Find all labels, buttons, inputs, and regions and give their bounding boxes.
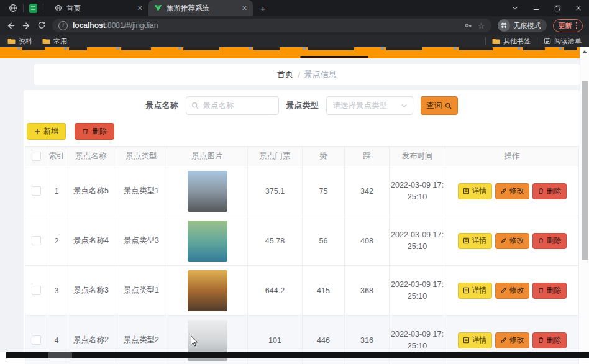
bookmark-star-icon[interactable]: ☆ bbox=[478, 22, 485, 30]
cell-ticket: 45.78 bbox=[248, 216, 303, 266]
search-button-label: 查询 bbox=[426, 101, 442, 111]
window-controls bbox=[505, 0, 589, 16]
horizontal-scrollbar-thumb[interactable] bbox=[48, 352, 72, 358]
row-delete-label: 删除 bbox=[547, 235, 562, 246]
bookmark-folder-changyong[interactable]: 常用 bbox=[42, 37, 67, 46]
edit-button[interactable]: 修改 bbox=[495, 283, 529, 299]
nav-item-clipped[interactable] bbox=[559, 47, 577, 50]
forward-icon[interactable] bbox=[22, 21, 31, 30]
trash-icon bbox=[537, 237, 544, 244]
filter-form: 景点名称 景点类型 请选择景点类型 查询 bbox=[24, 96, 580, 115]
folder-icon bbox=[492, 38, 500, 45]
pencil-icon bbox=[500, 287, 507, 294]
edit-label: 修改 bbox=[509, 186, 524, 196]
search-icon bbox=[445, 102, 452, 109]
row-delete-button[interactable]: 删除 bbox=[532, 183, 567, 199]
vertical-scrollbar-thumb[interactable] bbox=[582, 81, 588, 260]
green-spreadsheet-icon[interactable] bbox=[29, 4, 37, 13]
row-checkbox[interactable] bbox=[32, 286, 41, 295]
detail-label: 详情 bbox=[472, 335, 487, 345]
restore-icon[interactable] bbox=[547, 0, 568, 16]
col-index: 索引 bbox=[47, 147, 66, 166]
nav-item-clipped[interactable] bbox=[64, 47, 87, 50]
detail-label: 详情 bbox=[472, 285, 487, 296]
browser-menu-icon[interactable] bbox=[576, 22, 578, 29]
type-filter-select[interactable]: 请选择景点类型 bbox=[326, 96, 413, 115]
close-tab-icon[interactable]: ✕ bbox=[242, 5, 247, 12]
nav-item-clipped[interactable] bbox=[178, 47, 219, 50]
vertical-scrollbar bbox=[580, 47, 589, 358]
delete-button[interactable]: 删除 bbox=[75, 123, 114, 140]
nav-item-clipped[interactable] bbox=[116, 47, 151, 50]
row-checkbox[interactable] bbox=[32, 236, 41, 245]
url-bar[interactable]: i localhost:8081/#/jingdian ☆ bbox=[52, 19, 491, 32]
nav-item-clipped[interactable] bbox=[454, 47, 493, 50]
nav-item-clipped-active[interactable] bbox=[303, 47, 354, 50]
cell-published: 2022-03-09 17:25:10 bbox=[391, 180, 444, 203]
row-delete-label: 删除 bbox=[547, 285, 562, 296]
back-icon[interactable] bbox=[6, 21, 16, 30]
reading-list-button[interactable]: 阅读清单 bbox=[544, 37, 582, 46]
url-text[interactable]: localhost:8081/#/jingdian bbox=[73, 21, 459, 30]
detail-button[interactable]: 详情 bbox=[458, 332, 492, 348]
edit-button[interactable]: 修改 bbox=[495, 233, 529, 249]
table-body: 1 景点名称5 景点类型1 375.1 75 342 2022-03-09 17… bbox=[25, 166, 579, 364]
tab-travel-system[interactable]: 旅游推荐系统 ✕ bbox=[148, 0, 253, 16]
edit-button[interactable]: 修改 bbox=[495, 183, 529, 199]
name-filter-label: 景点名称 bbox=[146, 100, 178, 111]
row-delete-button[interactable]: 删除 bbox=[532, 233, 567, 249]
row-delete-button[interactable]: 删除 bbox=[532, 332, 567, 348]
cell-type: 景点类型1 bbox=[116, 266, 167, 316]
row-checkbox[interactable] bbox=[32, 186, 41, 196]
reload-icon[interactable] bbox=[37, 21, 46, 30]
row-actions: 详情 修改 删除 bbox=[445, 233, 578, 249]
select-all-checkbox[interactable] bbox=[32, 152, 41, 161]
window-menu-icon[interactable] bbox=[505, 0, 526, 16]
breadcrumb-home-link[interactable]: 首页 bbox=[277, 69, 293, 80]
detail-button[interactable]: 详情 bbox=[458, 283, 492, 299]
folder-icon bbox=[7, 38, 16, 45]
search-button[interactable]: 查询 bbox=[421, 96, 458, 115]
nav-item-clipped[interactable] bbox=[249, 47, 280, 50]
other-bookmarks-button[interactable]: 其他书签 bbox=[492, 37, 531, 46]
document-icon bbox=[463, 237, 470, 244]
close-window-icon[interactable] bbox=[568, 0, 589, 16]
select-placeholder: 请选择景点类型 bbox=[333, 101, 401, 111]
edit-button[interactable]: 修改 bbox=[495, 332, 529, 348]
tab-home[interactable]: 首页 ✕ bbox=[49, 0, 148, 16]
site-info-icon[interactable]: i bbox=[58, 21, 68, 30]
row-checkbox[interactable] bbox=[32, 335, 41, 345]
browser-window: 首页 ✕ 旅游推荐系统 ✕ + i localhost:8081/#/jingd… bbox=[0, 0, 589, 364]
detail-button[interactable]: 详情 bbox=[458, 183, 492, 199]
bookmark-folder-ziliao[interactable]: 资料 bbox=[7, 37, 32, 46]
minimize-icon[interactable] bbox=[526, 0, 547, 16]
col-ticket: 景点门票 bbox=[248, 147, 303, 166]
password-key-icon[interactable] bbox=[464, 21, 473, 30]
row-actions: 详情 修改 删除 bbox=[445, 332, 578, 348]
new-tab-button[interactable]: + bbox=[260, 3, 266, 14]
row-delete-button[interactable]: 删除 bbox=[532, 283, 567, 299]
row-delete-label: 删除 bbox=[547, 186, 562, 196]
name-filter-input[interactable] bbox=[186, 96, 279, 115]
globe-icon[interactable] bbox=[9, 4, 17, 12]
cell-likes: 75 bbox=[303, 166, 345, 216]
detail-button[interactable]: 详情 bbox=[458, 233, 492, 249]
nav-item-clipped[interactable] bbox=[381, 47, 422, 50]
site-nav-bar bbox=[0, 47, 580, 58]
add-button[interactable]: 新增 bbox=[27, 123, 66, 140]
cell-index: 1 bbox=[47, 166, 66, 216]
scroll-up-arrow[interactable] bbox=[582, 50, 587, 53]
document-icon bbox=[463, 287, 470, 294]
plus-icon bbox=[34, 129, 40, 135]
nav-item-clipped[interactable] bbox=[518, 47, 545, 50]
update-button[interactable]: 更新 bbox=[553, 19, 583, 32]
tab-title: 首页 bbox=[66, 4, 133, 13]
mouse-cursor bbox=[190, 335, 198, 347]
nav-item-clipped[interactable] bbox=[17, 47, 45, 50]
breadcrumb-current: 景点信息 bbox=[304, 69, 337, 80]
pencil-icon bbox=[500, 188, 507, 194]
edit-label: 修改 bbox=[509, 335, 524, 345]
table-row: 3 景点名称3 景点类型1 644.2 415 368 2022-03-09 1… bbox=[25, 266, 579, 316]
close-tab-icon[interactable]: ✕ bbox=[137, 5, 143, 12]
cell-published: 2022-03-09 17:25:10 bbox=[391, 279, 444, 303]
